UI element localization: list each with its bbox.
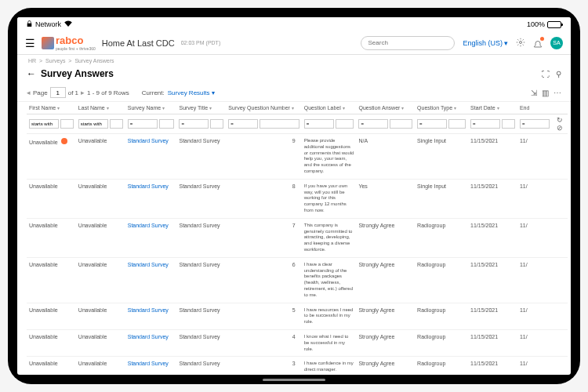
clear-filter-icon[interactable]: ⊘ bbox=[557, 124, 563, 132]
language-selector[interactable]: English (US) ▾ bbox=[463, 39, 508, 47]
tablet-frame: Network 100% ☰ rabco people first + thri… bbox=[8, 8, 580, 384]
search-box[interactable] bbox=[361, 36, 455, 50]
battery-label: 100% bbox=[527, 20, 545, 28]
filter-op[interactable] bbox=[78, 119, 108, 129]
filter-input[interactable] bbox=[210, 119, 223, 129]
filter-input[interactable] bbox=[390, 119, 412, 129]
cell-start-date: 11/15/2021 bbox=[468, 257, 517, 303]
search-input[interactable] bbox=[368, 39, 450, 46]
filter-op[interactable] bbox=[520, 119, 550, 129]
app-time: 02:03 PM (PDT) bbox=[181, 40, 221, 45]
battery-icon bbox=[547, 21, 561, 28]
filter-op[interactable] bbox=[228, 119, 258, 129]
page-range: 1 - 9 of 9 Rows bbox=[87, 89, 129, 96]
filter-icon[interactable]: ⚲ bbox=[556, 70, 561, 78]
filter-input[interactable] bbox=[110, 119, 123, 129]
cell-question-number: 3 bbox=[226, 357, 301, 375]
page-next-icon[interactable]: ▸ bbox=[81, 89, 85, 96]
settings-icon[interactable] bbox=[516, 36, 525, 50]
view-selector[interactable]: Survey Results ▾ bbox=[168, 89, 215, 96]
cell-survey-name[interactable]: Standard Survey bbox=[125, 134, 177, 180]
cell-last-name: Unavailable bbox=[76, 179, 125, 218]
more-icon[interactable]: ⋯ bbox=[554, 89, 561, 97]
status-bar: Network 100% bbox=[17, 17, 571, 31]
title-row: ← Survey Answers ⛶ ⚲ bbox=[17, 67, 571, 84]
columns-icon[interactable]: ▥ bbox=[542, 89, 549, 97]
filter-input[interactable] bbox=[260, 119, 299, 129]
cell-question-type: Radiogroup bbox=[415, 357, 468, 375]
col-question-answer[interactable]: Question Answer▾ bbox=[356, 102, 415, 114]
breadcrumb-item[interactable]: Surveys bbox=[45, 58, 65, 64]
cell-end: 11/ bbox=[517, 329, 552, 356]
cell-question-label: Please provide additional suggestions or… bbox=[302, 134, 357, 180]
cell-question-number: 9 bbox=[226, 134, 301, 180]
table-row[interactable]: Unavailable Unavailable Standard Survey … bbox=[27, 303, 568, 329]
filter-op[interactable] bbox=[470, 119, 500, 129]
avatar[interactable]: SA bbox=[550, 37, 563, 49]
logo[interactable]: rabco people first + thrive360 bbox=[42, 34, 96, 51]
refresh-icon[interactable]: ↻ bbox=[557, 116, 563, 124]
filter-input[interactable] bbox=[448, 119, 466, 129]
indicator-dot bbox=[61, 138, 67, 144]
filter-input[interactable] bbox=[60, 119, 74, 129]
filter-op[interactable] bbox=[29, 119, 59, 129]
cell-first-name: Unavailable bbox=[27, 134, 76, 180]
breadcrumb-item[interactable]: HR bbox=[28, 58, 36, 64]
filter-op[interactable] bbox=[304, 119, 334, 129]
pagination: ◂ Page of 1 ▸ 1 - 9 of 9 Rows bbox=[27, 87, 129, 98]
cell-survey-name[interactable]: Standard Survey bbox=[125, 329, 177, 356]
cell-start-date: 11/15/2021 bbox=[468, 329, 517, 356]
cell-survey-name[interactable]: Standard Survey bbox=[125, 218, 177, 257]
cell-question-number: 6 bbox=[226, 257, 301, 303]
back-icon[interactable]: ← bbox=[27, 68, 36, 79]
cell-survey-name[interactable]: Standard Survey bbox=[125, 179, 177, 218]
table-row[interactable]: Unavailable Unavailable Standard Survey … bbox=[27, 218, 568, 257]
cell-survey-name[interactable]: Standard Survey bbox=[125, 357, 177, 375]
col-last-name[interactable]: Last Name▾ bbox=[76, 102, 125, 114]
cell-question-number: 4 bbox=[226, 329, 301, 356]
cell-survey-title: Standard Survey bbox=[176, 257, 226, 303]
cell-survey-name[interactable]: Standard Survey bbox=[125, 257, 177, 303]
table-row[interactable]: Unavailable Unavailable Standard Survey … bbox=[27, 329, 568, 356]
table-row[interactable]: Unavailable Unavailable Standard Survey … bbox=[27, 134, 568, 180]
cell-first-name: Unavailable bbox=[27, 329, 76, 356]
cell-question-answer: Strongly Agree bbox=[356, 257, 415, 303]
filter-op[interactable] bbox=[128, 119, 158, 129]
cell-question-type: Single Input bbox=[415, 179, 468, 218]
cell-question-label: I have resources I need to be successful… bbox=[302, 303, 357, 329]
col-start-date[interactable]: Start Date▾ bbox=[468, 102, 517, 114]
page-input[interactable] bbox=[50, 87, 66, 98]
notification-icon[interactable] bbox=[533, 38, 543, 48]
col-question-label[interactable]: Question Label▾ bbox=[302, 102, 357, 114]
filter-input[interactable] bbox=[159, 119, 175, 129]
cell-question-label: I have a clear understanding of the bene… bbox=[302, 257, 357, 303]
col-question-number[interactable]: Survey Question Number▾ bbox=[226, 102, 301, 114]
cell-question-label: This company is genuinely committed to a… bbox=[302, 218, 357, 257]
col-first-name[interactable]: First Name▾ bbox=[27, 102, 76, 114]
col-question-type[interactable]: Question Type▾ bbox=[415, 102, 468, 114]
col-survey-title[interactable]: Survey Title▾ bbox=[176, 102, 226, 114]
expand-icon[interactable]: ⛶ bbox=[542, 70, 550, 78]
header-row: First Name▾ Last Name▾ Survey Name▾ Surv… bbox=[27, 102, 568, 114]
filter-op[interactable] bbox=[417, 119, 447, 129]
breadcrumb-item: Survey Answers bbox=[74, 58, 114, 64]
cell-survey-title: Standard Survey bbox=[176, 134, 226, 180]
cell-survey-name[interactable]: Standard Survey bbox=[125, 303, 177, 329]
table-row[interactable]: Unavailable Unavailable Standard Survey … bbox=[27, 179, 568, 218]
filter-op[interactable] bbox=[358, 119, 388, 129]
page-prev-icon[interactable]: ◂ bbox=[27, 89, 31, 96]
cell-end: 11/ bbox=[517, 218, 552, 257]
menu-icon[interactable]: ☰ bbox=[25, 37, 35, 49]
breadcrumb: HR > Surveys > Survey Answers bbox=[17, 55, 571, 67]
col-survey-name[interactable]: Survey Name▾ bbox=[125, 102, 177, 114]
col-end[interactable]: End bbox=[517, 102, 552, 114]
table-row[interactable]: Unavailable Unavailable Standard Survey … bbox=[27, 357, 568, 375]
cell-question-type: Radiogroup bbox=[415, 329, 468, 356]
filter-input[interactable] bbox=[336, 119, 354, 129]
filter-op[interactable] bbox=[179, 119, 209, 129]
export-icon[interactable]: ⇲ bbox=[531, 89, 537, 97]
cell-start-date: 11/15/2021 bbox=[468, 179, 517, 218]
filter-input[interactable] bbox=[502, 119, 515, 129]
page-label: Page bbox=[33, 89, 48, 96]
table-row[interactable]: Unavailable Unavailable Standard Survey … bbox=[27, 257, 568, 303]
